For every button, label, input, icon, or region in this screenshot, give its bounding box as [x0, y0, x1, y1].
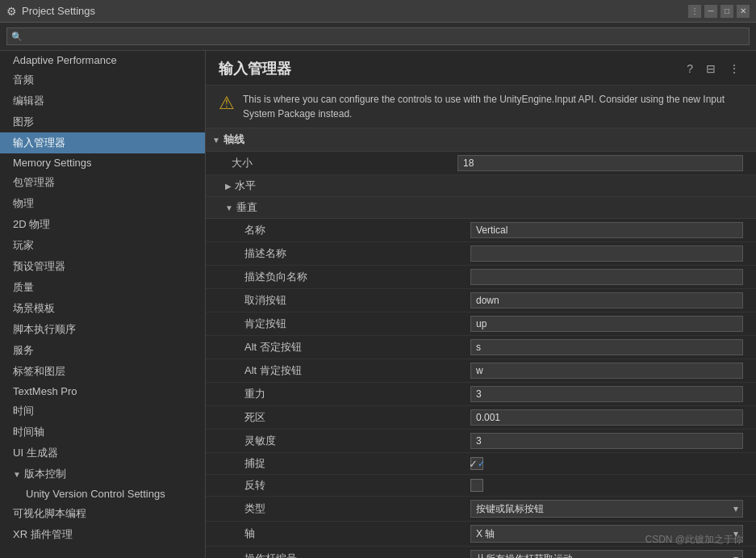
field-label-desc-neg-name: 描述负向名称: [244, 270, 470, 284]
field-input-gravity[interactable]: [470, 386, 743, 402]
sidebar-item-memory-settings[interactable]: Memory Settings: [0, 153, 205, 172]
field-row-dead: 死区: [206, 406, 756, 430]
maximize-button[interactable]: □: [720, 5, 733, 18]
menu-icon-button[interactable]: ⋮: [725, 61, 743, 77]
dropdown-wrapper-axis: X 轴Y 轴第3轴: [470, 525, 743, 543]
subsection-header-horizontal[interactable]: ▶水平: [206, 175, 756, 197]
sidebar-item-input-manager[interactable]: 输入管理器: [0, 132, 205, 153]
field-row-joystick-num: 操作杆编号从所有操作杆获取运动操纵杆 1操纵杆 2: [206, 547, 756, 558]
subsection-label: 垂直: [236, 200, 257, 215]
subsection-chevron-icon: ▶: [225, 182, 232, 191]
field-row-invert: 反转: [206, 475, 756, 497]
field-value-joystick-num: 从所有操作杆获取运动操纵杆 1操纵杆 2: [470, 550, 743, 558]
field-input-desc-neg-name[interactable]: [470, 269, 743, 285]
size-row: 大小: [206, 152, 756, 175]
sidebar: Adaptive Performance音频编辑器图形输入管理器Memory S…: [0, 51, 206, 558]
window-title: Project Settings: [22, 5, 688, 17]
search-input[interactable]: [6, 27, 750, 45]
sidebar-item-xr-plugin[interactable]: XR 插件管理: [0, 524, 205, 545]
field-row-desc-neg-name: 描述负向名称: [206, 266, 756, 289]
field-label-type: 类型: [244, 501, 470, 516]
field-row-desc-name: 描述名称: [206, 242, 756, 266]
sidebar-item-time[interactable]: 时间: [0, 401, 205, 422]
section-header-axes[interactable]: ▼轴线: [206, 128, 756, 152]
window-controls: ⋮ ─ □ ✕: [688, 5, 750, 18]
search-wrapper: 🔍: [6, 27, 750, 45]
sidebar-item-editor[interactable]: 编辑器: [0, 90, 205, 111]
field-value-axis: X 轴Y 轴第3轴: [470, 525, 743, 543]
field-value-gravity: [470, 386, 743, 402]
field-row-axis: 轴X 轴Y 轴第3轴: [206, 522, 756, 547]
field-label-sensitivity: 灵敏度: [244, 434, 470, 448]
field-label-dead: 死区: [244, 410, 470, 425]
sidebar-item-physics[interactable]: 物理: [0, 193, 205, 214]
field-label-axis: 轴: [244, 527, 470, 541]
field-dropdown-axis[interactable]: X 轴Y 轴第3轴: [470, 525, 743, 543]
sidebar-item-adaptive-performance[interactable]: Adaptive Performance: [0, 51, 205, 69]
content-area: 输入管理器 ? ⊟ ⋮ ⚠ This is where you can conf…: [206, 51, 756, 558]
warning-icon: ⚠: [219, 93, 235, 114]
field-input-dead[interactable]: [470, 409, 743, 426]
help-icon-button[interactable]: ?: [683, 61, 696, 77]
field-input-alt-pos-button[interactable]: [470, 363, 743, 379]
field-label-name: 名称: [244, 223, 470, 237]
field-row-name: 名称: [206, 219, 756, 242]
size-label: 大小: [232, 156, 457, 170]
search-icon: 🔍: [11, 31, 23, 42]
sidebar-item-version-control[interactable]: ▼版本控制: [0, 464, 205, 485]
field-input-sensitivity[interactable]: [470, 433, 743, 449]
field-value-name: [470, 222, 743, 238]
field-value-invert: [470, 479, 743, 492]
field-row-sensitivity: 灵敏度: [206, 430, 756, 453]
sidebar-item-player[interactable]: 玩家: [0, 235, 205, 256]
warning-box: ⚠ This is where you can configure the co…: [206, 86, 756, 128]
sidebar-item-tags-layers[interactable]: 标签和图层: [0, 361, 205, 382]
sidebar-item-script-execution-order[interactable]: 脚本执行顺序: [0, 319, 205, 340]
size-input[interactable]: [457, 155, 743, 171]
sidebar-item-unity-version-control[interactable]: Unity Version Control Settings: [0, 485, 205, 503]
field-value-pos-button: [470, 316, 743, 332]
warning-text: This is where you can configure the cont…: [243, 92, 743, 121]
field-checkbox-invert[interactable]: [470, 479, 483, 492]
content-header: 输入管理器 ? ⊟ ⋮: [206, 51, 756, 86]
menu-button[interactable]: ⋮: [688, 5, 701, 18]
field-dropdown-type[interactable]: 按键或鼠标按钮鼠标移动操纵杆轴: [470, 500, 743, 518]
sidebar-item-graphics[interactable]: 图形: [0, 111, 205, 132]
field-row-type: 类型按键或鼠标按钮鼠标移动操纵杆轴: [206, 497, 756, 522]
field-value-neg-button: [470, 292, 743, 308]
title-bar: ⚙ Project Settings ⋮ ─ □ ✕: [0, 0, 756, 23]
sidebar-item-textmesh-pro[interactable]: TextMesh Pro: [0, 382, 205, 401]
field-input-pos-button[interactable]: [470, 316, 743, 332]
sidebar-item-package-manager[interactable]: 包管理器: [0, 172, 205, 193]
close-button[interactable]: ✕: [737, 5, 750, 18]
sidebar-item-services[interactable]: 服务: [0, 340, 205, 361]
field-row-gravity: 重力: [206, 383, 756, 406]
field-dropdown-joystick-num[interactable]: 从所有操作杆获取运动操纵杆 1操纵杆 2: [470, 550, 743, 558]
field-value-sensitivity: [470, 433, 743, 449]
field-value-desc-name: [470, 245, 743, 262]
minimize-button[interactable]: ─: [704, 5, 717, 18]
field-input-alt-neg-button[interactable]: [470, 339, 743, 355]
sidebar-item-timeline[interactable]: 时间轴: [0, 422, 205, 443]
field-input-neg-button[interactable]: [470, 292, 743, 308]
sidebar-item-physics-2d[interactable]: 2D 物理: [0, 214, 205, 235]
field-label-snap: 捕捉: [244, 456, 470, 471]
sidebar-item-scene-template[interactable]: 场景模板: [0, 298, 205, 319]
field-row-pos-button: 肯定按钮: [206, 313, 756, 336]
section-label: 轴线: [223, 132, 244, 147]
field-input-desc-name[interactable]: [470, 245, 743, 262]
sidebar-item-quality[interactable]: 质量: [0, 277, 205, 298]
dropdown-wrapper-type: 按键或鼠标按钮鼠标移动操纵杆轴: [470, 500, 743, 518]
field-label-gravity: 重力: [244, 387, 470, 401]
field-checkbox-snap[interactable]: ✓: [470, 457, 483, 470]
sidebar-item-visual-scripting[interactable]: 可视化脚本编程: [0, 503, 205, 524]
subsection-header-vertical[interactable]: ▼垂直: [206, 197, 756, 219]
sidebar-item-preset-manager[interactable]: 预设管理器: [0, 256, 205, 277]
layout-icon-button[interactable]: ⊟: [703, 61, 719, 77]
field-label-joystick-num: 操作杆编号: [244, 552, 470, 558]
field-input-name[interactable]: [470, 222, 743, 238]
sidebar-item-audio[interactable]: 音频: [0, 69, 205, 90]
field-value-type: 按键或鼠标按钮鼠标移动操纵杆轴: [470, 500, 743, 518]
sidebar-item-ui-builder[interactable]: UI 生成器: [0, 443, 205, 464]
settings-scroll: ▼轴线大小▶水平▼垂直名称描述名称描述负向名称取消按钮肯定按钮Alt 否定按钮A…: [206, 128, 756, 558]
